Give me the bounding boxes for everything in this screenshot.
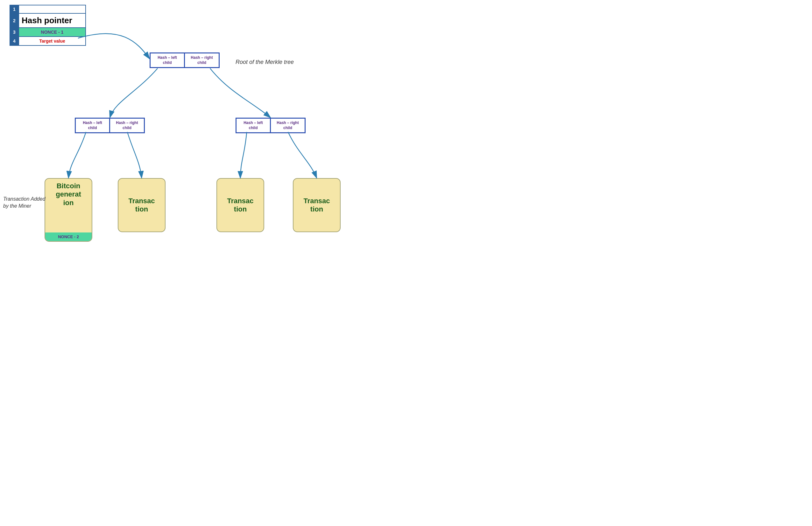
- tx-1-nonce: NONCE - 2: [45, 232, 92, 241]
- tx-3-label: Transaction: [223, 194, 257, 217]
- hash-pointer-label: Hash pointer: [19, 13, 86, 28]
- row-num-4: 4: [10, 36, 19, 45]
- root-node: Hash – leftchild Hash – rightchild: [149, 52, 220, 68]
- mid-right-node: Hash – leftchild Hash – rightchild: [235, 118, 306, 133]
- target-value-label: Target value: [19, 36, 86, 45]
- tx-node-1: Bitcoingeneration NONCE - 2: [45, 178, 92, 242]
- mid-left-left-cell: Hash – leftchild: [75, 118, 110, 133]
- tx-1-label: Bitcoingeneration: [52, 179, 85, 210]
- row-num-3: 3: [10, 28, 19, 36]
- mid-left-right-cell: Hash – rightchild: [110, 118, 144, 133]
- root-label: Root of the Merkle tree: [235, 59, 294, 65]
- block-header-table: 1 2 Hash pointer 3 NONCE - 1 4 Target va…: [10, 5, 86, 46]
- tx-node-4: Transaction: [293, 178, 340, 232]
- row-num-2: 2: [10, 13, 19, 28]
- nonce-1-label: NONCE - 1: [19, 28, 86, 36]
- tx-added-label: Transaction Addedby the Miner: [3, 196, 45, 210]
- root-right-cell: Hash – rightchild: [185, 53, 219, 67]
- mid-right-right-cell: Hash – rightchild: [271, 118, 305, 133]
- root-left-cell: Hash – leftchild: [150, 53, 185, 67]
- mid-left-node: Hash – leftchild Hash – rightchild: [75, 118, 145, 133]
- row-num-1: 1: [10, 5, 19, 13]
- tx-node-3: Transaction: [216, 178, 264, 232]
- tx-4-label: Transaction: [300, 194, 334, 217]
- tx-2-label: Transaction: [125, 194, 159, 217]
- row1-content: [19, 5, 86, 13]
- tx-node-2: Transaction: [118, 178, 165, 232]
- mid-right-left-cell: Hash – leftchild: [236, 118, 271, 133]
